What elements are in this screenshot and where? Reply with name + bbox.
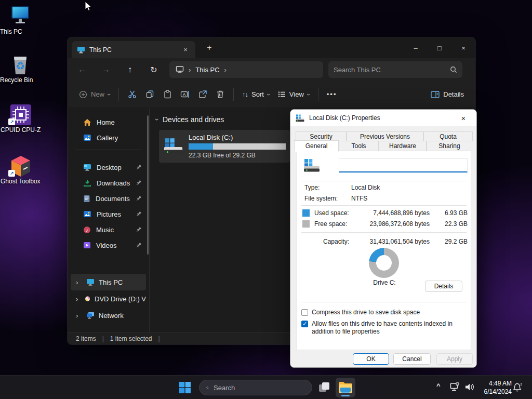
compress-checkbox[interactable] <box>301 309 308 316</box>
capacity-label: Capacity: <box>323 238 349 245</box>
see-more-button[interactable]: ••• <box>323 86 341 103</box>
back-button: ← <box>74 61 90 78</box>
network-tray-icon[interactable] <box>450 382 460 394</box>
dialog-tab-row-front: General Tools Hardware Sharing <box>294 141 472 151</box>
address-bar[interactable]: › This PC › <box>169 61 323 78</box>
sidebar-item-pictures[interactable]: Pictures <box>71 206 146 222</box>
taskbar-clock[interactable]: 4:49 AM 6/14/2024 <box>484 379 512 396</box>
sidebar-scrollbar[interactable] <box>147 115 149 255</box>
copy-icon <box>145 90 154 99</box>
sidebar-item-documents[interactable]: Documents <box>71 191 146 206</box>
volume-tray-icon[interactable] <box>464 382 475 394</box>
close-button[interactable]: × <box>451 37 475 58</box>
details-pane-button[interactable]: Details <box>427 86 468 103</box>
sidebar-item-dvd-drive[interactable]: › DVD Drive (D:) V <box>71 290 146 307</box>
chevron-right-icon[interactable]: › <box>76 295 81 303</box>
minimize-button[interactable]: – <box>404 37 428 58</box>
pin-icon <box>136 211 142 217</box>
desktop-icon-cpuz[interactable]: ↗ CPUID CPU-Z <box>1 103 41 125</box>
desktop-icon-label: This PC <box>0 29 22 35</box>
delete-button[interactable] <box>211 86 229 103</box>
monitor-icon <box>86 278 95 286</box>
desktop-icon-label: Ghost Toolbox <box>1 178 41 185</box>
chevron-right-icon[interactable]: › <box>76 278 82 286</box>
cut-button[interactable] <box>123 86 141 103</box>
paste-button[interactable] <box>158 86 176 103</box>
navigation-bar: ← → ↑ ↻ › This PC › <box>68 58 475 81</box>
used-space-gb: 6.93 GB <box>433 209 468 217</box>
tab-quota[interactable]: Quota <box>423 131 473 141</box>
cpuz-icon: ↗ <box>9 103 32 125</box>
desktop-icon-label: Recycle Bin <box>0 77 33 84</box>
sort-button[interactable]: ↑↓ Sort › <box>238 86 274 103</box>
tab-previous-versions[interactable]: Previous Versions <box>347 131 423 141</box>
used-space-swatch <box>302 209 310 217</box>
details-pane-label: Details <box>443 90 464 98</box>
free-space-label: Free space: <box>314 220 347 228</box>
tray-show-hidden-icons-button[interactable]: ^ <box>436 382 441 390</box>
up-button[interactable]: ↑ <box>122 61 138 78</box>
sidebar-item-videos[interactable]: Videos <box>71 237 146 253</box>
search-input[interactable] <box>334 66 450 74</box>
sidebar-item-downloads[interactable]: Downloads <box>71 175 146 191</box>
sidebar-item-label: Documents <box>96 195 130 203</box>
tab-tools[interactable]: Tools <box>339 141 379 151</box>
index-checkbox[interactable] <box>301 321 308 327</box>
tab-hardware[interactable]: Hardware <box>379 141 427 151</box>
sidebar-item-label: Network <box>99 312 124 320</box>
cancel-button[interactable]: Cancel <box>393 353 431 365</box>
plus-circle-icon <box>79 90 87 99</box>
sidebar-item-network[interactable]: › Network <box>71 307 146 324</box>
rename-button[interactable]: A <box>176 86 194 103</box>
desktop-icon-recycle-bin[interactable]: ♻ Recycle Bin <box>0 54 41 75</box>
taskbar-search-box[interactable] <box>199 380 312 395</box>
tab-general[interactable]: General <box>294 140 339 152</box>
taskbar-search-input[interactable] <box>214 384 305 392</box>
sidebar-item-gallery[interactable]: Gallery <box>71 130 146 145</box>
sidebar-item-label: Videos <box>96 242 117 249</box>
desktop-icon-label: CPUID CPU-Z <box>1 127 41 134</box>
gallery-icon <box>83 134 91 141</box>
drive-name-input[interactable] <box>339 158 468 172</box>
dvd-disc-icon <box>85 295 90 302</box>
view-button[interactable]: View › <box>274 86 314 103</box>
search-icon[interactable] <box>450 66 457 73</box>
copy-button[interactable] <box>141 86 158 103</box>
chevron-down-icon[interactable]: › <box>153 118 161 121</box>
tab-sharing[interactable]: Sharing <box>427 141 472 151</box>
sidebar-item-home[interactable]: Home <box>71 114 146 130</box>
sidebar-item-music[interactable]: ♪ Music <box>71 222 146 237</box>
taskbar-file-explorer-button[interactable] <box>336 378 355 397</box>
ok-button[interactable]: OK <box>353 353 389 365</box>
file-system-value: NTFS <box>351 195 367 202</box>
task-view-button[interactable] <box>318 381 330 396</box>
breadcrumb[interactable]: This PC <box>195 66 219 74</box>
divider <box>301 205 467 206</box>
drive-item-local-disk-c[interactable]: Local Disk (C:) 22.3 GB free of 29.2 GB <box>159 130 290 163</box>
divider <box>301 232 467 233</box>
notification-bell-icon[interactable]: z <box>512 382 523 394</box>
details-button[interactable]: Details <box>425 281 462 292</box>
refresh-button[interactable]: ↻ <box>145 61 162 78</box>
new-tab-button[interactable]: + <box>203 42 216 54</box>
start-button[interactable] <box>178 381 192 394</box>
maximize-button[interactable]: □ <box>428 37 451 58</box>
downloads-icon <box>83 179 91 187</box>
documents-icon <box>83 195 90 203</box>
drive-name: Local Disk (C:) <box>189 134 286 141</box>
svg-text:A: A <box>183 92 186 97</box>
desktop-icon-this-pc[interactable]: This PC <box>0 5 41 27</box>
tab-close-button[interactable]: × <box>181 46 190 54</box>
sidebar-item-this-pc[interactable]: › This PC <box>71 274 146 290</box>
chevron-down-icon: › <box>305 94 312 96</box>
chevron-right-icon[interactable]: › <box>76 312 82 320</box>
desktop-icon-ghost-toolbox[interactable]: ↗ Ghost Toolbox <box>1 155 41 177</box>
tab-this-pc[interactable]: This PC × <box>72 41 195 58</box>
share-button[interactable] <box>194 86 211 103</box>
index-checkbox-row[interactable]: Allow files on this drive to have conten… <box>301 320 470 336</box>
compress-checkbox-row[interactable]: Compress this drive to save disk space <box>301 309 420 316</box>
tab-title: This PC <box>89 46 112 54</box>
new-button: New › <box>75 86 114 103</box>
sidebar-item-desktop[interactable]: Desktop <box>71 159 146 175</box>
dialog-close-button[interactable]: × <box>456 110 471 126</box>
